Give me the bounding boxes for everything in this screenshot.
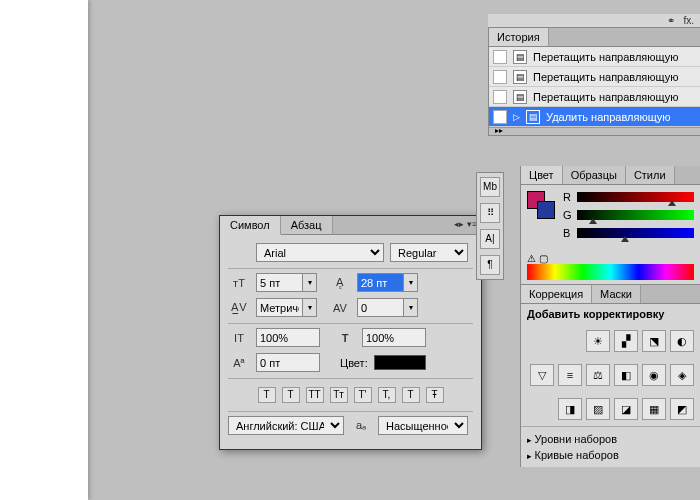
text-style-row: T T TT Tт T' T, T Ŧ (228, 383, 473, 407)
color-spectrum[interactable] (527, 264, 694, 280)
language-select[interactable]: Английский: США (228, 416, 344, 435)
b-slider[interactable] (577, 228, 694, 238)
tab-masks[interactable]: Маски (592, 285, 641, 303)
color-label: Цвет: (340, 357, 368, 369)
panel-collapse-grip[interactable] (489, 127, 700, 135)
leading-field[interactable]: ▾ (357, 273, 418, 292)
adj-gradient-map[interactable]: ▦ (642, 398, 666, 420)
font-family-select[interactable]: Arial (256, 243, 384, 262)
adj-curves[interactable]: ⬔ (642, 330, 666, 352)
adj-channel-mixer[interactable]: ◈ (670, 364, 694, 386)
r-slider[interactable] (577, 192, 694, 202)
guide-icon: ▤ (513, 50, 527, 64)
adj-threshold[interactable]: ◪ (614, 398, 638, 420)
baseline-icon: Aª (228, 357, 250, 369)
adj-exposure[interactable]: ◐ (670, 330, 694, 352)
tab-styles[interactable]: Стили (626, 166, 675, 184)
panel-dock: Mb ⠿ A| ¶ (476, 172, 504, 280)
leading-icon: A͇ (329, 276, 351, 289)
vscale-icon: IT (228, 332, 250, 344)
color-panel: Цвет Образцы Стили R G B ⚠ ▢ (520, 166, 700, 286)
style-italic[interactable]: T (282, 387, 300, 403)
font-size-icon: тT (228, 277, 250, 289)
options-strip: ⚭ fx. (488, 14, 700, 28)
gamut-warning-icon[interactable]: ⚠ ▢ (527, 253, 548, 264)
fx-icon[interactable]: fx. (683, 15, 694, 26)
style-strike[interactable]: Ŧ (426, 387, 444, 403)
adj-balance[interactable]: ⚖ (586, 364, 610, 386)
bg-color-swatch[interactable] (537, 201, 555, 219)
fg-bg-swatches[interactable] (527, 191, 557, 221)
hscale-icon: T (334, 332, 356, 344)
preset-levels[interactable]: Уровни наборов (527, 431, 694, 447)
guide-icon: ▤ (513, 70, 527, 84)
g-slider[interactable] (577, 210, 694, 220)
g-label: G (563, 209, 573, 221)
vscale-field[interactable] (256, 328, 320, 347)
adj-bw[interactable]: ◧ (614, 364, 638, 386)
adj-photo-filter[interactable]: ◉ (642, 364, 666, 386)
tab-symbol[interactable]: Символ (220, 216, 281, 235)
history-list[interactable]: ▤Перетащить направляющую ▤Перетащить нап… (489, 47, 700, 127)
tracking-icon: AV (329, 302, 351, 314)
antialias-icon: aₐ (350, 419, 372, 432)
current-marker-icon: ▷ (513, 112, 520, 122)
style-subscript[interactable]: T, (378, 387, 396, 403)
adj-hue[interactable]: ≡ (558, 364, 582, 386)
guide-icon: ▤ (513, 90, 527, 104)
tab-paragraph[interactable]: Абзац (281, 216, 333, 234)
tab-color[interactable]: Цвет (521, 166, 563, 184)
style-bold[interactable]: T (258, 387, 276, 403)
adj-vibrance[interactable]: ▽ (530, 364, 554, 386)
r-label: R (563, 191, 573, 203)
adj-posterize[interactable]: ▨ (586, 398, 610, 420)
canvas-area[interactable] (0, 0, 88, 500)
adj-levels[interactable]: ▞ (614, 330, 638, 352)
style-underline[interactable]: T (402, 387, 420, 403)
adj-invert[interactable]: ◨ (558, 398, 582, 420)
tab-history[interactable]: История (489, 28, 549, 46)
character-panel: Символ Абзац ◂▸ ▾≡ Arial Regular тT ▾ A͇… (219, 215, 482, 450)
history-item[interactable]: ▤Перетащить направляющую (489, 87, 700, 107)
guide-icon: ▤ (526, 110, 540, 124)
adj-brightness[interactable]: ☀ (586, 330, 610, 352)
mb-icon[interactable]: Mb (480, 177, 500, 197)
link-icon[interactable]: ⚭ (667, 15, 675, 26)
antialias-select[interactable]: Насыщенное (378, 416, 468, 435)
style-allcaps[interactable]: TT (306, 387, 324, 403)
char-panel-tabs: Символ Абзац ◂▸ ▾≡ (220, 216, 481, 235)
history-item[interactable]: ▤Перетащить направляющую (489, 47, 700, 67)
style-superscript[interactable]: T' (354, 387, 372, 403)
baseline-field[interactable] (256, 353, 320, 372)
tracking-field[interactable]: ▾ (357, 298, 418, 317)
preset-curves[interactable]: Кривые наборов (527, 447, 694, 463)
tab-swatches[interactable]: Образцы (563, 166, 626, 184)
style-smallcaps[interactable]: Tт (330, 387, 348, 403)
collapse-icon[interactable]: ◂▸ (454, 219, 464, 229)
tab-adjustments[interactable]: Коррекция (521, 285, 592, 303)
font-style-select[interactable]: Regular (390, 243, 468, 262)
history-item[interactable]: ▷▤Удалить направляющую (489, 107, 700, 127)
history-item[interactable]: ▤Перетащить направляющую (489, 67, 700, 87)
history-panel: История ▤Перетащить направляющую ▤Перета… (488, 28, 700, 136)
b-label: B (563, 227, 573, 239)
hscale-field[interactable] (362, 328, 426, 347)
font-size-field[interactable]: ▾ (256, 273, 317, 292)
dots-icon[interactable]: ⠿ (480, 203, 500, 223)
kerning-icon: A̲V (228, 301, 250, 314)
kerning-field[interactable]: ▾ (256, 298, 317, 317)
adj-heading: Добавить корректировку (521, 304, 700, 324)
adjustments-panel: Коррекция Маски Добавить корректировку ☀… (520, 284, 700, 467)
text-color-swatch[interactable] (374, 355, 426, 370)
paragraph-panel-icon[interactable]: ¶ (480, 255, 500, 275)
type-panel-icon[interactable]: A| (480, 229, 500, 249)
adj-selective[interactable]: ◩ (670, 398, 694, 420)
